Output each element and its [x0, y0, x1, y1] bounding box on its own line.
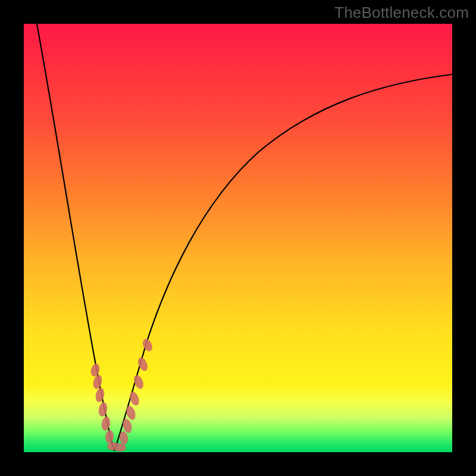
- chart-frame: TheBottleneck.com: [0, 0, 476, 476]
- svg-point-1: [92, 374, 103, 390]
- svg-point-5: [105, 430, 114, 443]
- svg-point-12: [132, 374, 145, 390]
- curve-right-branch: [114, 74, 452, 451]
- curve-layer: [24, 24, 452, 452]
- site-watermark: TheBottleneck.com: [334, 4, 469, 22]
- plot-area: [24, 24, 452, 452]
- marker-cluster: [89, 337, 154, 452]
- svg-point-3: [98, 402, 108, 417]
- curve-left-branch: [37, 24, 114, 451]
- svg-point-7: [114, 443, 126, 452]
- svg-point-14: [141, 337, 154, 353]
- svg-point-4: [101, 416, 111, 431]
- svg-point-2: [95, 387, 106, 403]
